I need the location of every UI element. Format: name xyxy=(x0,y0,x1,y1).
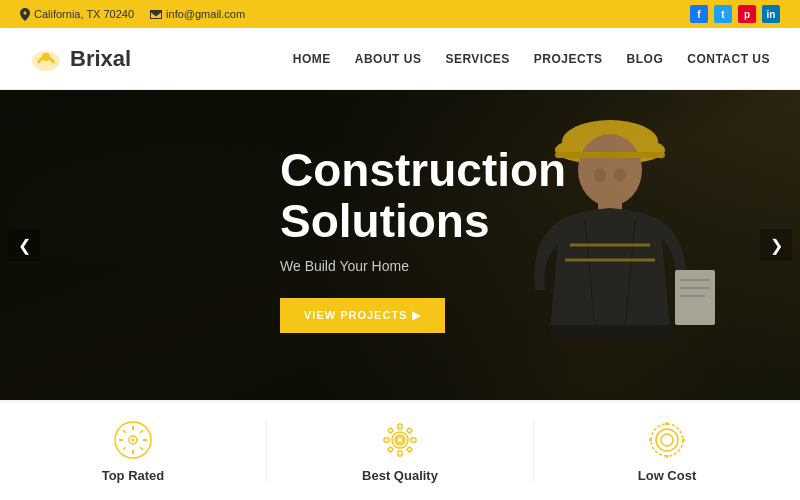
svg-rect-6 xyxy=(675,270,715,325)
brand-name: Brixal xyxy=(70,46,131,72)
svg-point-4 xyxy=(578,134,642,206)
location-info: California, TX 70240 xyxy=(20,8,134,21)
pinterest-icon[interactable]: p xyxy=(738,5,756,23)
svg-line-22 xyxy=(123,447,126,450)
location-text: California, TX 70240 xyxy=(34,8,134,20)
twitter-icon[interactable]: t xyxy=(714,5,732,23)
svg-line-21 xyxy=(140,430,143,433)
feature-top-rated: Top Rated xyxy=(0,420,267,483)
low-cost-icon xyxy=(647,420,687,460)
hero-subtitle: We Build Your Home xyxy=(280,258,566,274)
header: Brixal HOME ABOUT US SERVICES PROJECTS B… xyxy=(0,28,800,90)
hero-section: Construction Solutions We Build Your Hom… xyxy=(0,90,800,400)
svg-rect-31 xyxy=(388,447,394,453)
svg-rect-25 xyxy=(398,424,402,429)
svg-rect-32 xyxy=(407,447,413,453)
svg-rect-30 xyxy=(407,428,413,434)
svg-rect-13 xyxy=(555,152,665,158)
facebook-icon[interactable]: f xyxy=(690,5,708,23)
carousel-prev-button[interactable]: ❮ xyxy=(8,229,40,261)
hero-title: Construction Solutions xyxy=(280,145,566,246)
carousel-next-button[interactable]: ❯ xyxy=(760,229,792,261)
nav-blog[interactable]: BLOG xyxy=(627,52,664,66)
svg-rect-26 xyxy=(398,451,402,456)
top-bar: California, TX 70240 info@gmail.com f t … xyxy=(0,0,800,28)
svg-point-24 xyxy=(132,439,135,442)
svg-rect-29 xyxy=(388,428,394,434)
svg-point-35 xyxy=(656,429,678,451)
svg-rect-10 xyxy=(550,325,670,340)
email-icon xyxy=(150,10,162,19)
best-quality-icon xyxy=(380,420,420,460)
social-links[interactable]: f t p in xyxy=(690,5,780,23)
hero-title-line2: Solutions xyxy=(280,195,490,247)
features-bar: Top Rated Best Quality xyxy=(0,400,800,500)
svg-point-12 xyxy=(614,168,626,182)
email-text: info@gmail.com xyxy=(166,8,245,20)
svg-line-20 xyxy=(140,447,143,450)
view-projects-button[interactable]: VIEW PROJECTS ▶ xyxy=(280,298,445,333)
location-icon xyxy=(20,8,30,21)
low-cost-label: Low Cost xyxy=(638,468,697,483)
feature-low-cost: Low Cost xyxy=(534,420,800,483)
svg-point-33 xyxy=(397,437,403,443)
logo[interactable]: Brixal xyxy=(30,43,131,75)
svg-point-36 xyxy=(661,434,673,446)
email-info: info@gmail.com xyxy=(150,8,245,20)
top-rated-icon xyxy=(113,420,153,460)
svg-line-19 xyxy=(123,430,126,433)
nav-about[interactable]: ABOUT US xyxy=(355,52,422,66)
svg-rect-27 xyxy=(384,438,389,442)
feature-best-quality: Best Quality xyxy=(267,420,534,483)
svg-point-11 xyxy=(594,168,606,182)
nav-home[interactable]: HOME xyxy=(293,52,331,66)
hero-title-line1: Construction xyxy=(280,144,566,196)
main-nav: HOME ABOUT US SERVICES PROJECTS BLOG CON… xyxy=(293,52,770,66)
hero-content: Construction Solutions We Build Your Hom… xyxy=(280,145,566,333)
linkedin-icon[interactable]: in xyxy=(762,5,780,23)
nav-services[interactable]: SERVICES xyxy=(445,52,509,66)
nav-projects[interactable]: PROJECTS xyxy=(534,52,603,66)
logo-icon xyxy=(30,43,62,75)
top-rated-label: Top Rated xyxy=(102,468,165,483)
svg-point-1 xyxy=(42,53,50,61)
top-bar-info: California, TX 70240 info@gmail.com xyxy=(20,8,245,21)
best-quality-label: Best Quality xyxy=(362,468,438,483)
nav-contact[interactable]: CONTACT US xyxy=(687,52,770,66)
svg-rect-28 xyxy=(411,438,416,442)
